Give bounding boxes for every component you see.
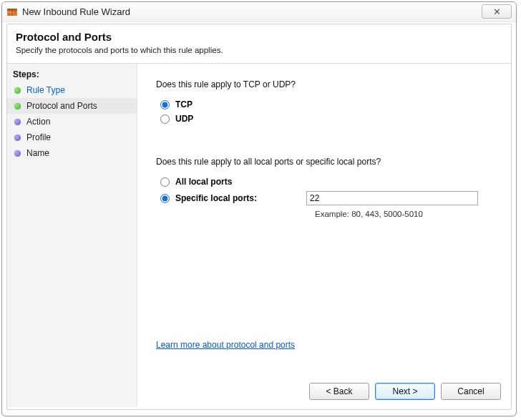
steps-sidebar: Steps: Rule Type Protocol and Ports Acti… [7,64,137,407]
sidebar-title: Steps: [7,67,137,82]
radio-specific-ports-label: Specific local ports: [175,193,257,203]
wizard-window: New Inbound Rule Wizard ✕ Protocol and P… [1,1,517,416]
radio-udp-label: UDP [175,114,193,124]
next-button[interactable]: Next > [375,383,435,400]
step-bullet-icon [14,150,21,157]
step-bullet-icon [14,135,21,141]
sidebar-item-profile: Profile [7,130,137,145]
step-bullet-icon [14,103,21,109]
radio-row-udp[interactable]: UDP [160,114,492,124]
question-ports: Does this rule apply to all local ports … [156,157,492,167]
radio-row-specific-ports[interactable]: Specific local ports: [160,191,492,205]
step-bullet-icon [14,119,21,125]
radio-all-ports[interactable] [160,177,170,187]
radio-all-ports-label: All local ports [175,177,232,187]
back-button[interactable]: < Back [309,383,369,400]
radio-row-tcp[interactable]: TCP [160,99,492,109]
radio-tcp-label: TCP [175,99,193,109]
radio-specific-ports[interactable] [160,194,170,203]
sidebar-item-label: Rule Type [26,85,65,95]
close-button[interactable]: ✕ [482,4,512,19]
radio-tcp[interactable] [160,100,170,109]
question-protocol: Does this rule apply to TCP or UDP? [156,79,492,89]
sidebar-item-label: Profile [26,132,51,142]
page-header: Protocol and Ports Specify the protocols… [7,24,511,64]
sidebar-item-label: Protocol and Ports [26,101,97,111]
page-subtitle: Specify the protocols and ports to which… [16,46,502,54]
close-icon: ✕ [493,6,501,17]
sidebar-item-label: Action [26,117,50,127]
button-row: < Back Next > Cancel [309,383,501,400]
sidebar-item-protocol-ports[interactable]: Protocol and Ports [7,98,137,114]
sidebar-item-label: Name [26,148,49,158]
firewall-icon [6,6,18,18]
sidebar-item-name: Name [7,145,137,161]
sidebar-item-action: Action [7,114,137,130]
step-bullet-icon [14,87,21,94]
ports-example-text: Example: 80, 443, 5000-5010 [315,210,492,218]
learn-more-link[interactable]: Learn more about protocol and ports [156,340,295,350]
sidebar-item-rule-type[interactable]: Rule Type [7,82,137,98]
wizard-body: Protocol and Ports Specify the protocols… [6,24,512,410]
specific-ports-input[interactable] [306,191,478,205]
main-panel: Does this rule apply to TCP or UDP? TCP … [137,64,511,407]
cancel-button[interactable]: Cancel [441,383,501,400]
window-title: New Inbound Rule Wizard [22,6,130,17]
radio-row-all-ports[interactable]: All local ports [160,177,492,187]
page-title: Protocol and Ports [16,31,502,43]
radio-udp[interactable] [160,114,170,124]
titlebar: New Inbound Rule Wizard ✕ [2,2,516,22]
